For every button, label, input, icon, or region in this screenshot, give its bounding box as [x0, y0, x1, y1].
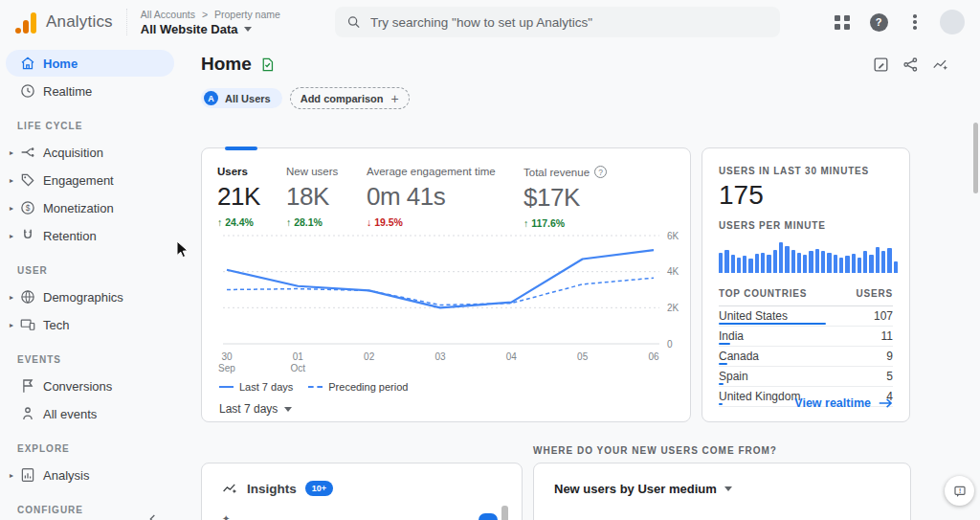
country-row: India11 [719, 327, 893, 347]
sidebar-section-explore: EXPLORE [17, 443, 191, 454]
sidebar-item-label: All events [43, 407, 97, 421]
insights-icon[interactable] [931, 56, 949, 74]
brand-name: Analytics [46, 12, 113, 32]
legend-item-preceding-period: Preceding period [308, 381, 408, 393]
svg-text:Oct: Oct [291, 363, 306, 373]
countries-table-header: TOP COUNTRIES USERS [719, 288, 893, 306]
minute-bar [748, 259, 752, 273]
expand-chevron-icon[interactable]: ▸ [6, 471, 17, 480]
sidebar-item-all-events[interactable]: All events [0, 400, 174, 427]
customize-report-icon[interactable] [872, 56, 890, 74]
svg-text:30: 30 [221, 351, 233, 362]
sidebar-item-conversions[interactable]: Conversions [0, 373, 174, 399]
metric-total-revenue[interactable]: Total revenue?$17K↑ 117.6% [523, 166, 638, 229]
country-bar [719, 383, 724, 386]
feedback-button[interactable]: ! [945, 476, 974, 506]
add-comparison-button[interactable]: Add comparison + [290, 87, 410, 109]
expand-chevron-icon[interactable]: ▸ [6, 232, 17, 240]
metric-value: 18K [286, 182, 367, 212]
country-name: Canada [719, 350, 759, 363]
logo-dot [15, 28, 21, 34]
sidebar-item-analysis[interactable]: ▸Analysis [0, 462, 174, 488]
property-selector[interactable]: All Website Data [141, 22, 280, 36]
sidebar-section-configure: CONFIGURE [17, 505, 191, 515]
minute-bar [719, 253, 723, 273]
engagement-icon [19, 171, 36, 189]
sidebar-item-label: Demographics [43, 290, 123, 305]
more-vert-icon[interactable] [903, 11, 926, 34]
sidebar-item-acquisition[interactable]: ▸Acquisition [0, 139, 174, 166]
sidebar-item-label: Realtime [43, 84, 92, 99]
breadcrumb[interactable]: All Accounts > Property name [141, 9, 280, 20]
sidebar-item-home[interactable]: Home [6, 50, 174, 77]
sidebar-item-label: Conversions [43, 379, 112, 394]
svg-text:6K: 6K [667, 231, 679, 241]
metric-new-users[interactable]: New users18K↑ 28.1% [286, 166, 367, 229]
topbar: Analytics All Accounts > Property name A… [0, 0, 980, 44]
sparkle-icon: ✦ [222, 513, 230, 520]
metric-average-engagement-time[interactable]: Average engagement time0m 41s↓ 19.5% [367, 166, 523, 229]
users-30min-label: USERS IN LAST 30 MINUTES [719, 166, 893, 176]
minute-bar [852, 254, 856, 273]
help-icon[interactable]: ? [867, 11, 890, 34]
sidebar-item-demographics[interactable]: ▸Demographics [0, 283, 174, 310]
insights-scrollbar[interactable] [501, 506, 508, 520]
collapse-nav-icon[interactable] [145, 511, 161, 520]
minute-bar [881, 251, 885, 273]
report-doc-icon [259, 57, 276, 73]
country-users: 107 [874, 309, 893, 323]
expand-chevron-icon[interactable]: ▸ [6, 148, 17, 157]
expand-chevron-icon[interactable]: ▸ [6, 293, 17, 302]
all-users-chip[interactable]: A All Users [201, 88, 282, 108]
apps-grid-icon[interactable] [831, 11, 854, 34]
expand-chevron-icon[interactable]: ▸ [6, 176, 17, 185]
legend-label: Last 7 days [239, 381, 293, 393]
expand-chevron-icon[interactable]: ▸ [6, 321, 17, 329]
search-bar[interactable] [335, 7, 780, 37]
analysis-icon [19, 466, 36, 484]
date-range-selector[interactable]: Last 7 days [219, 402, 292, 416]
analytics-logo-icon [15, 11, 36, 34]
new-users-question-label: WHERE DO YOUR NEW USERS COME FROM? [533, 445, 777, 456]
country-name: Spain [719, 370, 748, 383]
sidebar-item-label: Tech [43, 318, 69, 332]
sidebar-item-realtime[interactable]: Realtime [0, 78, 174, 104]
top-countries-header: TOP COUNTRIES [719, 288, 807, 299]
svg-text:4K: 4K [667, 266, 679, 277]
sidebar-item-engagement[interactable]: ▸Engagement [0, 167, 174, 193]
metric-users[interactable]: Users21K↑ 24.4% [217, 166, 286, 229]
svg-text:02: 02 [364, 351, 375, 362]
sidebar-item-tech[interactable]: ▸Tech [0, 311, 174, 338]
all-users-label: All Users [225, 93, 271, 104]
svg-text:!: ! [958, 486, 960, 493]
sidebar-section-user: USER [17, 265, 191, 276]
help-circle-icon[interactable]: ? [594, 166, 607, 178]
insights-card: Insights 10+ ✦ [201, 463, 523, 520]
page-scrollbar[interactable] [973, 123, 978, 193]
home-icon [19, 55, 36, 72]
sidebar-item-retention[interactable]: ▸Retention [0, 222, 174, 249]
view-realtime-link[interactable]: View realtime [794, 396, 893, 410]
sidebar-item-monetization[interactable]: ▸$Monetization [0, 194, 174, 221]
country-bar [719, 343, 730, 346]
avatar[interactable] [940, 10, 965, 34]
insights-title: Insights [247, 482, 297, 496]
legend-item-last-7-days: Last 7 days [219, 381, 293, 393]
share-icon[interactable] [902, 56, 920, 74]
clock-icon [19, 82, 36, 100]
search-icon [346, 14, 361, 30]
legend-swatch [308, 386, 323, 388]
search-input[interactable] [370, 15, 768, 30]
sidebar-section-events: EVENTS [17, 354, 191, 365]
monetization-icon: $ [19, 199, 36, 216]
legend-swatch [219, 386, 234, 388]
insights-count-badge: 10+ [305, 481, 333, 496]
new-users-medium-selector[interactable]: New users by User medium [534, 463, 910, 496]
minute-bar [785, 246, 789, 273]
metric-delta: ↑ 24.4% [217, 216, 286, 228]
minute-bar [767, 255, 770, 273]
sidebar-item-label: Monetization [43, 201, 114, 215]
overview-report-card: Users21K↑ 24.4%New users18K↑ 28.1%Averag… [201, 147, 691, 422]
expand-chevron-icon[interactable]: ▸ [6, 204, 17, 213]
chart-legend: Last 7 daysPreceding period [219, 381, 408, 393]
